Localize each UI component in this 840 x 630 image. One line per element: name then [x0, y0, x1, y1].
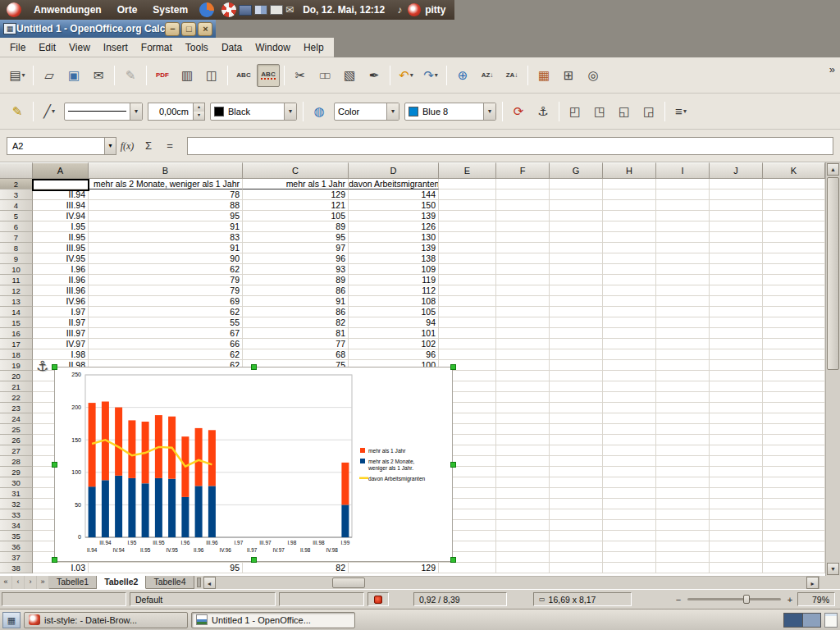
cell-J21[interactable]	[710, 381, 763, 392]
row-header-22[interactable]: 22	[0, 392, 33, 403]
column-header-g[interactable]: G	[550, 162, 603, 179]
cell-G18[interactable]	[550, 349, 603, 360]
cell-H25[interactable]	[603, 424, 656, 435]
vertical-scrollbar-thumb[interactable]	[827, 177, 839, 370]
cell-H20[interactable]	[603, 371, 656, 381]
line-style-dropdown-icon[interactable]: ▾	[130, 103, 142, 120]
cell-F33[interactable]	[496, 509, 550, 520]
new-document-dropdown-icon[interactable]: ▾	[22, 71, 25, 79]
cell-F17[interactable]	[496, 339, 550, 349]
function-wizard-button[interactable]: f(x)	[116, 136, 138, 156]
distributor-logo-icon[interactable]	[7, 2, 21, 17]
cell-G4[interactable]	[550, 200, 603, 211]
cell-A6[interactable]: I.95	[33, 221, 89, 232]
row-header-36[interactable]: 36	[0, 541, 33, 552]
cell-B16[interactable]: 67	[89, 328, 243, 339]
firefox-launcher-icon[interactable]	[199, 2, 214, 17]
sort-descending-icon[interactable]: ZA↓	[500, 64, 523, 87]
cell-B7[interactable]: 83	[89, 232, 243, 243]
cell-G5[interactable]	[550, 211, 603, 221]
selection-handle[interactable]	[251, 557, 257, 563]
cell-A2[interactable]	[33, 179, 89, 189]
cell-C18[interactable]: 68	[243, 349, 349, 360]
row-header-9[interactable]: 9	[0, 253, 33, 264]
cell-J38[interactable]	[710, 563, 763, 573]
cell-J23[interactable]	[710, 403, 763, 413]
cell-G37[interactable]	[550, 552, 603, 563]
cell-B13[interactable]: 69	[89, 296, 243, 307]
selection-handle[interactable]	[251, 364, 257, 370]
spin-up-icon[interactable]: ▴	[194, 103, 204, 112]
cell-H29[interactable]	[603, 467, 656, 477]
cell-I25[interactable]	[656, 424, 710, 435]
row-header-6[interactable]: 6	[0, 221, 33, 232]
cell-I21[interactable]	[656, 381, 710, 392]
cell-K5[interactable]	[763, 211, 825, 221]
cell-D6[interactable]: 126	[349, 221, 439, 232]
volume-icon[interactable]: ♪	[394, 4, 405, 16]
column-header-d[interactable]: D	[349, 162, 439, 179]
cell-J25[interactable]	[710, 424, 763, 435]
cell-E8[interactable]	[439, 243, 496, 253]
cell-A12[interactable]: III.96	[33, 285, 89, 296]
row-header-15[interactable]: 15	[0, 317, 33, 328]
cell-K23[interactable]	[763, 403, 825, 413]
cell-H37[interactable]	[603, 552, 656, 563]
spin-down-icon[interactable]: ▾	[194, 112, 204, 120]
cell-C13[interactable]: 91	[243, 296, 349, 307]
cell-D11[interactable]: 119	[349, 275, 439, 285]
column-header-e[interactable]: E	[439, 162, 496, 179]
edit-points-icon[interactable]: ✎	[6, 100, 29, 123]
workspace-2[interactable]	[802, 614, 821, 627]
row-header-26[interactable]: 26	[0, 435, 33, 445]
horizontal-scrollbar[interactable]: ◂ ▸	[203, 576, 819, 589]
cell-K33[interactable]	[763, 509, 825, 520]
chart-bar-segment[interactable]	[89, 403, 96, 486]
rotate-icon[interactable]: ⟳	[507, 100, 530, 123]
horizontal-scrollbar-thumb[interactable]	[332, 578, 365, 588]
cell-G17[interactable]	[550, 339, 603, 349]
cell-J7[interactable]	[710, 232, 763, 243]
cell-E10[interactable]	[439, 264, 496, 275]
cell-A9[interactable]: IV.95	[33, 253, 89, 264]
cell-B3[interactable]: 78	[89, 189, 243, 200]
tab-last-icon[interactable]: »	[37, 576, 49, 589]
hyperlink-icon[interactable]: ⊕	[451, 64, 474, 87]
cell-G20[interactable]	[550, 371, 603, 381]
cell-F27[interactable]	[496, 445, 550, 456]
cell-F9[interactable]	[496, 253, 550, 264]
fill-color-select[interactable]: Blue 8▾	[404, 103, 496, 121]
cell-C14[interactable]: 86	[243, 307, 349, 317]
row-header-19[interactable]: 19	[0, 360, 33, 371]
cell-G6[interactable]	[550, 221, 603, 232]
user-switcher-icon[interactable]	[408, 3, 421, 16]
column-header-c[interactable]: C	[243, 162, 349, 179]
cell-J36[interactable]	[710, 541, 763, 552]
cell-D14[interactable]: 105	[349, 307, 439, 317]
cell-I17[interactable]	[656, 339, 710, 349]
cell-J16[interactable]	[710, 328, 763, 339]
cell-D17[interactable]: 102	[349, 339, 439, 349]
zoom-icon[interactable]: ◎	[582, 64, 605, 87]
cell-D3[interactable]: 144	[349, 189, 439, 200]
alignment-dropdown-icon[interactable]: ▾	[683, 107, 687, 115]
cell-H33[interactable]	[603, 509, 656, 520]
chart-bar-segment[interactable]	[142, 483, 149, 537]
workspace-switcher[interactable]	[783, 613, 821, 628]
cell-I15[interactable]	[656, 317, 710, 328]
cell-F5[interactable]	[496, 211, 550, 221]
cell-D15[interactable]: 94	[349, 317, 439, 328]
cell-H27[interactable]	[603, 445, 656, 456]
tray-monitor-icon[interactable]	[270, 5, 283, 15]
cell-B4[interactable]: 88	[89, 200, 243, 211]
cell-J33[interactable]	[710, 509, 763, 520]
cell-C2[interactable]: mehr als 1 Jahr	[243, 179, 349, 189]
row-header-7[interactable]: 7	[0, 232, 33, 243]
redo-dropdown-icon[interactable]: ▾	[435, 71, 438, 79]
area-style-dropdown-icon[interactable]: ▾	[386, 103, 399, 120]
cell-I28[interactable]	[656, 456, 710, 467]
row-header-18[interactable]: 18	[0, 349, 33, 360]
cell-I24[interactable]	[656, 413, 710, 424]
cell-F14[interactable]	[496, 307, 550, 317]
cell-K31[interactable]	[763, 488, 825, 499]
